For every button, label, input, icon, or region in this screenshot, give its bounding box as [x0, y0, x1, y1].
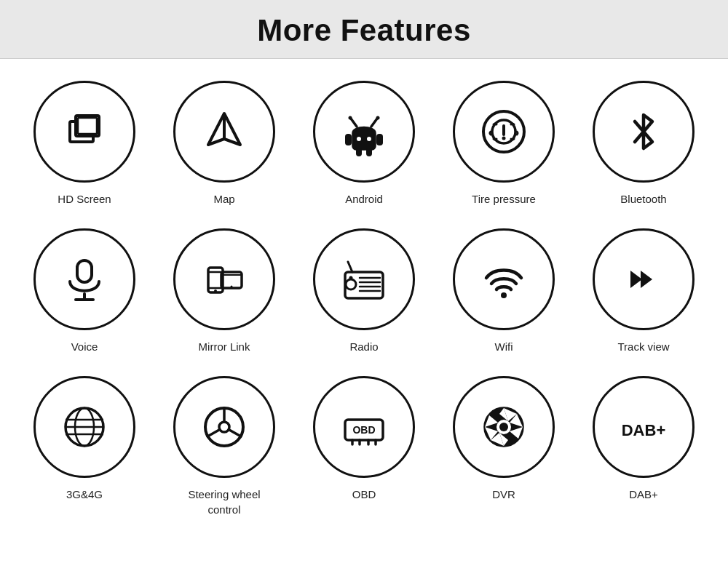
voice-icon [55, 250, 114, 308]
steering-wheel-icon-circle [173, 376, 275, 478]
track-view-icon [614, 250, 673, 308]
mirror-link-label: Mirror Link [199, 339, 250, 354]
steering-wheel-label: Steering wheelcontrol [188, 487, 260, 517]
map-icon-circle [173, 81, 275, 183]
3g4g-label: 3G&4G [66, 487, 103, 502]
bluetooth-icon [614, 103, 673, 161]
svg-rect-13 [356, 148, 362, 156]
wifi-label: Wifi [495, 339, 513, 354]
svg-point-8 [349, 116, 352, 120]
dvr-icon-circle [453, 376, 555, 478]
feature-bluetooth: Bluetooth [574, 81, 713, 207]
svg-point-5 [357, 137, 361, 141]
wifi-icon [475, 250, 533, 308]
feature-dab: DAB+ DAB+ [574, 376, 713, 517]
feature-mirror-link: Mirror Link [154, 228, 294, 354]
svg-marker-39 [641, 271, 652, 288]
header: More Features [0, 0, 728, 59]
hd-screen-label: HD Screen [58, 191, 111, 207]
feature-hd-screen: HD Screen [15, 81, 154, 207]
hd-screen-icon-circle [33, 81, 135, 183]
android-icon [335, 103, 393, 161]
obd-label: OBD [352, 487, 376, 502]
dvr-icon [475, 398, 533, 456]
dab-label: DAB+ [629, 487, 658, 502]
android-label: Android [345, 191, 383, 207]
3g4g-icon-circle [33, 376, 135, 478]
svg-marker-38 [630, 271, 642, 288]
dvr-label: DVR [492, 487, 515, 502]
hd-screen-icon [55, 103, 114, 161]
radio-icon-circle [313, 228, 415, 330]
feature-map: Map [154, 81, 294, 207]
feature-tire-pressure: Tire pressure [434, 81, 574, 207]
tire-pressure-icon [475, 103, 533, 161]
svg-text:DAB+: DAB+ [622, 421, 666, 439]
svg-point-10 [376, 116, 380, 120]
tire-pressure-icon-circle [453, 81, 555, 183]
feature-voice: Voice [15, 228, 154, 354]
svg-point-46 [219, 422, 229, 432]
bluetooth-label: Bluetooth [620, 191, 666, 207]
feature-steering-wheel: Steering wheelcontrol [154, 376, 294, 517]
svg-rect-12 [376, 134, 383, 145]
svg-rect-19 [77, 260, 92, 282]
svg-line-9 [371, 119, 377, 127]
mirror-link-icon [195, 250, 253, 308]
feature-radio: Radio [294, 228, 434, 354]
bluetooth-icon-circle [593, 81, 695, 183]
radio-icon [335, 250, 393, 308]
feature-3g4g: 3G&4G [15, 376, 154, 517]
svg-point-28 [231, 286, 233, 288]
page-title: More Features [0, 13, 728, 48]
dab-icon-circle: DAB+ [593, 376, 695, 478]
svg-point-6 [367, 137, 371, 141]
track-view-label: Track view [617, 339, 669, 354]
3g4g-icon [55, 398, 114, 456]
mirror-link-icon-circle [173, 228, 275, 330]
svg-point-58 [499, 423, 508, 431]
svg-point-25 [214, 289, 217, 292]
svg-rect-14 [366, 148, 372, 156]
feature-track-view: Track view [574, 228, 713, 354]
obd-icon-circle: OBD [313, 376, 415, 478]
track-view-icon-circle [593, 228, 695, 330]
map-label: Map [213, 191, 234, 207]
svg-line-48 [207, 430, 219, 436]
map-icon [195, 103, 253, 161]
feature-wifi: Wifi [434, 228, 574, 354]
svg-rect-29 [345, 272, 383, 298]
svg-point-18 [502, 137, 506, 140]
wifi-icon-circle [453, 228, 555, 330]
voice-label: Voice [71, 339, 98, 354]
svg-line-7 [351, 119, 357, 127]
obd-icon: OBD [335, 398, 393, 456]
dab-icon: DAB+ [614, 398, 673, 456]
feature-dvr: DVR [434, 376, 574, 517]
svg-line-49 [229, 430, 241, 436]
svg-text:OBD: OBD [352, 424, 375, 436]
svg-point-37 [501, 292, 507, 298]
feature-android: Android [294, 81, 434, 207]
voice-icon-circle [33, 228, 135, 330]
radio-label: Radio [349, 339, 378, 354]
svg-point-35 [349, 276, 353, 280]
android-icon-circle [313, 81, 415, 183]
svg-rect-11 [345, 134, 352, 145]
steering-wheel-icon [195, 398, 253, 456]
feature-obd: OBD OBD [294, 376, 434, 517]
svg-line-36 [348, 262, 352, 272]
svg-point-34 [346, 279, 356, 289]
tire-pressure-label: Tire pressure [472, 191, 536, 207]
svg-rect-2 [78, 118, 97, 134]
features-grid: HD Screen Map [0, 59, 728, 532]
